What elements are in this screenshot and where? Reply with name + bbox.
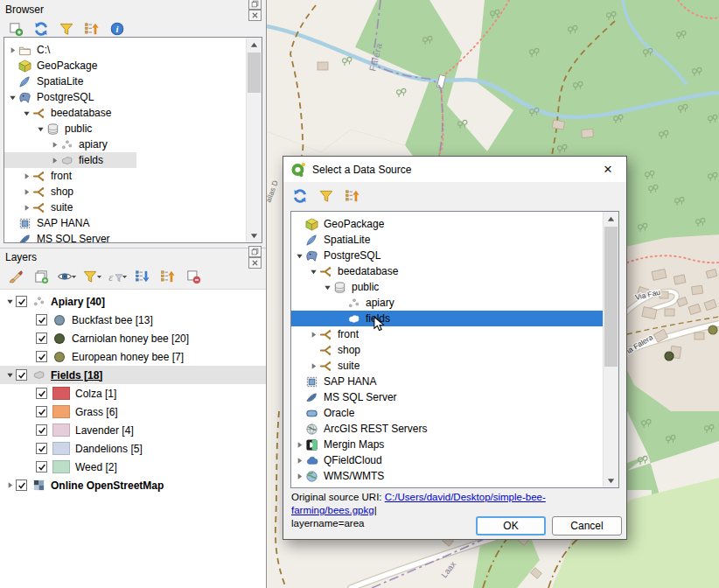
layer-visibility-checkbox[interactable] xyxy=(36,388,47,399)
tree-item-beedatabase[interactable]: beedatabase xyxy=(4,105,247,121)
remove-layer-button[interactable] xyxy=(183,267,204,286)
tree-item-apiary[interactable]: apiary xyxy=(4,136,247,152)
tree-item-oracle[interactable]: Oracle xyxy=(291,405,604,421)
tree-item-front[interactable]: front xyxy=(4,168,247,184)
scroll-down-button[interactable] xyxy=(247,228,262,242)
chevron-down-icon[interactable] xyxy=(3,371,16,379)
chevron-down-icon[interactable] xyxy=(3,298,16,305)
filter-browser-button[interactable] xyxy=(56,19,77,38)
tree-item-apiary-40[interactable]: Apiary [40] xyxy=(0,292,266,311)
float-panel-button[interactable] xyxy=(248,0,262,10)
ok-button[interactable]: OK xyxy=(476,516,546,536)
tree-item-lavender-4[interactable]: Lavender [4] xyxy=(0,421,266,439)
tree-item-arcgis-rest-servers[interactable]: ArcGIS REST Servers xyxy=(291,421,604,437)
tree-item-grass-6[interactable]: Grass [6] xyxy=(0,402,266,421)
tree-item-spatialite[interactable]: SpatiaLite xyxy=(291,232,604,248)
layer-visibility-checkbox[interactable] xyxy=(36,332,47,344)
tree-item-colza-1[interactable]: Colza [1] xyxy=(0,384,266,402)
scroll-down-button[interactable] xyxy=(604,473,618,487)
tree-item-sap-hana[interactable]: SAP HANA xyxy=(291,374,604,389)
tree-item-mergin-maps[interactable]: Mergin Maps xyxy=(291,437,604,452)
chevron-right-icon[interactable] xyxy=(293,441,305,449)
refresh-button[interactable] xyxy=(31,19,52,38)
chevron-right-icon[interactable] xyxy=(3,481,16,489)
add-selected-layers-button[interactable] xyxy=(5,19,26,38)
expression-filter-button[interactable]: ε xyxy=(107,267,128,286)
refresh-button[interactable] xyxy=(290,186,311,206)
chevron-right-icon[interactable] xyxy=(20,204,32,212)
layer-visibility-checkbox[interactable] xyxy=(36,314,47,326)
chevron-right-icon[interactable] xyxy=(20,172,32,180)
tree-item-shop[interactable]: shop xyxy=(4,184,247,200)
expand-all-button[interactable] xyxy=(132,267,153,286)
filter-sources-button[interactable] xyxy=(316,186,337,206)
chevron-right-icon[interactable] xyxy=(48,157,60,164)
tree-item-ms-sql-server[interactable]: MS SQL Server xyxy=(291,389,604,405)
collapse-all-button[interactable] xyxy=(342,186,363,206)
layer-visibility-checkbox[interactable] xyxy=(36,461,47,472)
tree-item-suite[interactable]: suite xyxy=(291,358,604,374)
chevron-down-icon[interactable] xyxy=(321,284,333,291)
layer-visibility-checkbox[interactable] xyxy=(36,351,47,362)
chevron-down-icon[interactable] xyxy=(293,252,305,260)
tree-item-fields[interactable]: fields xyxy=(4,152,247,168)
tree-item-online-openstreetmap[interactable]: Online OpenStreetMap xyxy=(0,476,266,494)
tree-item-c[interactable]: C:\ xyxy=(4,42,247,58)
layer-visibility-checkbox[interactable] xyxy=(36,406,47,417)
chevron-down-icon[interactable] xyxy=(307,268,319,276)
properties-widget-button[interactable]: i xyxy=(107,19,128,38)
tree-item-qfieldcloud[interactable]: QFieldCloud xyxy=(291,452,604,468)
tree-item-front[interactable]: front xyxy=(291,326,604,342)
collapse-all-button[interactable] xyxy=(81,19,102,38)
chevron-right-icon[interactable] xyxy=(20,188,32,196)
layer-visibility-checkbox[interactable] xyxy=(16,296,27,307)
tree-item-ms-sql-server[interactable]: MS SQL Server xyxy=(4,231,247,242)
layer-visibility-checkbox[interactable] xyxy=(36,443,47,454)
cancel-button[interactable]: Cancel xyxy=(552,516,622,536)
layer-visibility-checkbox[interactable] xyxy=(16,480,27,491)
tree-item-postgresql[interactable]: PostgreSQL xyxy=(4,89,247,105)
chevron-right-icon[interactable] xyxy=(48,141,60,149)
dialog-close-button[interactable]: ✕ xyxy=(590,157,626,182)
tree-item-spatialite[interactable]: SpatiaLite xyxy=(4,74,247,89)
chevron-right-icon[interactable] xyxy=(307,362,319,370)
tree-item-sap-hana[interactable]: SAP HANA xyxy=(4,215,247,231)
tree-item-public[interactable]: public xyxy=(4,121,247,136)
scrollbar-thumb[interactable] xyxy=(248,52,261,93)
layer-visibility-checkbox[interactable] xyxy=(36,424,47,436)
browser-scrollbar[interactable] xyxy=(246,38,262,242)
tree-item-geopackage[interactable]: GeoPackage xyxy=(291,216,604,232)
float-panel-button[interactable] xyxy=(248,246,262,257)
tree-item-dandelions-5[interactable]: Dandelions [5] xyxy=(0,439,266,458)
tree-item-apiary[interactable]: apiary xyxy=(291,295,604,311)
collapse-all-button[interactable] xyxy=(157,267,178,286)
tree-item-public[interactable]: public xyxy=(291,279,604,295)
close-panel-button[interactable] xyxy=(248,257,262,269)
chevron-right-icon[interactable] xyxy=(6,46,18,54)
tree-item-buckfast-bee-13[interactable]: Buckfast bee [13] xyxy=(0,311,266,329)
close-panel-button[interactable] xyxy=(248,10,262,21)
chevron-down-icon[interactable] xyxy=(6,94,18,102)
tree-item-european-honey-bee-7[interactable]: European honey bee [7] xyxy=(0,347,266,366)
dialog-scrollbar[interactable] xyxy=(603,212,618,487)
tree-item-suite[interactable]: suite xyxy=(4,200,247,215)
chevron-right-icon[interactable] xyxy=(293,457,305,465)
tree-item-fields[interactable]: fields xyxy=(291,311,604,326)
filter-legend-button[interactable] xyxy=(81,267,102,286)
tree-item-fields-18[interactable]: Fields [18] xyxy=(0,366,266,384)
map-themes-button[interactable] xyxy=(56,267,77,286)
tree-item-weed-2[interactable]: Weed [2] xyxy=(0,458,266,476)
tree-item-beedatabase[interactable]: beedatabase xyxy=(291,263,604,279)
add-group-button[interactable] xyxy=(31,267,52,286)
chevron-right-icon[interactable] xyxy=(307,331,319,339)
tree-item-wms-wmts[interactable]: WMS/WMTS xyxy=(291,468,604,484)
scrollbar-thumb[interactable] xyxy=(604,227,618,367)
layer-visibility-checkbox[interactable] xyxy=(16,369,27,381)
chevron-down-icon[interactable] xyxy=(20,109,32,117)
chevron-down-icon[interactable] xyxy=(34,125,46,133)
tree-item-postgresql[interactable]: PostgreSQL xyxy=(291,248,604,263)
scroll-up-button[interactable] xyxy=(247,38,262,52)
scroll-up-button[interactable] xyxy=(604,212,618,226)
tree-item-carniolan-honey-bee-20[interactable]: Carniolan honey bee [20] xyxy=(0,329,266,347)
tree-item-geopackage[interactable]: GeoPackage xyxy=(4,58,247,74)
